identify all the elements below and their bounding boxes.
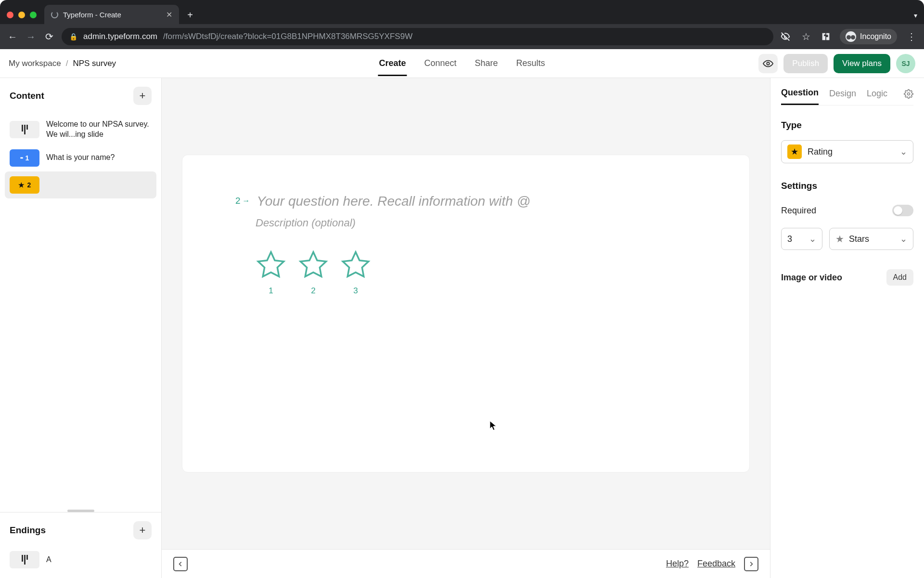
- collapse-left-panel-button[interactable]: [173, 557, 188, 571]
- star-icon: ★: [835, 234, 844, 244]
- rating-star-3[interactable]: 3: [340, 250, 371, 296]
- settings-label: Settings: [781, 181, 913, 191]
- svg-marker-3: [343, 252, 368, 276]
- workspace-link[interactable]: My workspace: [9, 59, 61, 68]
- add-question-button[interactable]: +: [133, 87, 152, 105]
- url-path: /form/sWDtsfDj/create?block=01G8B1NPHMX8…: [163, 32, 412, 41]
- right-panel: Question Design Logic Type ★ Rating ⌄ Se…: [770, 78, 924, 578]
- star-icon: ★: [18, 181, 25, 189]
- lock-icon[interactable]: 🔒: [69, 33, 77, 40]
- incognito-label: Incognito: [860, 32, 891, 41]
- right-panel-tabs: Question Design Logic: [781, 85, 913, 105]
- sidebar-item-ending-a[interactable]: A: [5, 546, 156, 573]
- sidebar-item-welcome[interactable]: Welcome to our NPSA survey. We wil...ing…: [5, 115, 156, 144]
- window-controls[interactable]: [7, 12, 37, 18]
- settings-gear-icon[interactable]: [904, 89, 913, 101]
- rp-tab-question[interactable]: Question: [781, 85, 819, 105]
- preview-button[interactable]: [758, 54, 778, 73]
- incognito-badge[interactable]: Incognito: [840, 29, 897, 44]
- star-label: 3: [353, 286, 358, 296]
- tabs-overflow-icon[interactable]: ▾: [914, 12, 917, 19]
- incognito-icon: [846, 31, 856, 42]
- close-window-icon[interactable]: [7, 12, 13, 18]
- close-tab-icon[interactable]: ✕: [166, 10, 172, 19]
- chevron-left-icon: [177, 561, 184, 567]
- required-toggle[interactable]: [892, 205, 913, 216]
- eye-icon: [763, 58, 773, 69]
- tab-strip: Typeform - Create ✕ + ▾: [0, 0, 924, 24]
- publish-button[interactable]: Publish: [783, 54, 828, 73]
- media-label: Image or video: [781, 273, 842, 283]
- avatar[interactable]: SJ: [896, 54, 915, 73]
- question-description-input[interactable]: Description (optional): [256, 217, 696, 229]
- arrow-right-icon: →: [243, 197, 250, 205]
- rating-star-1[interactable]: 1: [256, 250, 286, 296]
- tab-share[interactable]: Share: [474, 51, 499, 76]
- shape-value: Stars: [849, 234, 869, 244]
- rp-tab-design[interactable]: Design: [829, 86, 856, 105]
- svg-point-0: [767, 62, 770, 65]
- question-type-select[interactable]: ★ Rating ⌄: [781, 140, 913, 163]
- question-title-input[interactable]: Your question here. Recall information w…: [257, 194, 531, 209]
- chevron-down-icon: ⌄: [809, 234, 816, 244]
- question-number-indicator: 2 →: [235, 196, 250, 206]
- svg-marker-1: [258, 252, 283, 276]
- help-link[interactable]: Help?: [666, 559, 689, 569]
- star-outline-icon: [256, 250, 286, 280]
- collapse-right-panel-button[interactable]: [744, 557, 758, 571]
- chevron-down-icon: ⌄: [900, 146, 907, 157]
- canvas-footer: Help? Feedback: [162, 549, 770, 578]
- browser-tab[interactable]: Typeform - Create ✕: [44, 5, 179, 24]
- steps-count-select[interactable]: 3 ⌄: [781, 228, 822, 250]
- maximize-window-icon[interactable]: [30, 12, 37, 18]
- mouse-cursor-icon: [488, 420, 498, 434]
- breadcrumb-separator: /: [66, 59, 68, 68]
- tab-create[interactable]: Create: [378, 51, 407, 76]
- type-value: Rating: [808, 147, 833, 157]
- minimize-window-icon[interactable]: [18, 12, 25, 18]
- endings-heading: Endings: [10, 525, 46, 536]
- app-topbar: My workspace / NPS survey Create Connect…: [0, 49, 924, 78]
- sidebar-item-question-2[interactable]: ★2: [5, 171, 156, 198]
- rating-thumb-icon: ★2: [10, 176, 39, 194]
- short-text-thumb-icon: ▪▪▪1: [10, 149, 39, 167]
- add-ending-button[interactable]: +: [133, 521, 152, 539]
- reload-button[interactable]: ⟳: [43, 31, 55, 42]
- add-media-button[interactable]: Add: [886, 269, 913, 286]
- chevron-down-icon: ⌄: [900, 234, 907, 244]
- tab-title: Typeform - Create: [63, 11, 121, 19]
- extensions-icon[interactable]: [821, 31, 831, 42]
- rating-star-2[interactable]: 2: [298, 250, 329, 296]
- type-label: Type: [781, 120, 913, 131]
- browser-menu-icon[interactable]: ⋮: [906, 31, 917, 42]
- url-host: admin.typeform.com: [83, 32, 157, 41]
- rp-tab-logic[interactable]: Logic: [867, 86, 887, 105]
- forward-button: →: [25, 31, 37, 42]
- breadcrumb: My workspace / NPS survey: [9, 59, 116, 68]
- question-number-badge: 2: [27, 181, 31, 189]
- svg-point-4: [908, 92, 910, 95]
- question-card[interactable]: 2 → Your question here. Recall informati…: [182, 155, 750, 473]
- tab-results[interactable]: Results: [515, 51, 546, 76]
- question-number-text: 2: [235, 196, 241, 206]
- sidebar: Content + Welcome to our NPSA survey. We…: [0, 78, 162, 578]
- sidebar-item-question-1[interactable]: ▪▪▪1 What is your name?: [5, 144, 156, 171]
- question-list: Welcome to our NPSA survey. We wil...ing…: [0, 110, 161, 507]
- count-value: 3: [787, 234, 792, 244]
- ending-thumb-icon: [10, 551, 39, 568]
- svg-marker-2: [300, 252, 326, 276]
- shape-select[interactable]: ★ Stars ⌄: [829, 228, 913, 250]
- chevron-right-icon: [748, 561, 755, 567]
- back-button[interactable]: ←: [7, 31, 18, 42]
- star-outline-icon: [340, 250, 371, 280]
- view-plans-button[interactable]: View plans: [834, 54, 890, 73]
- rating-stars: 1 2 3: [256, 250, 696, 296]
- bookmark-star-icon[interactable]: ☆: [800, 31, 812, 42]
- app-root: My workspace / NPS survey Create Connect…: [0, 49, 924, 578]
- new-tab-button[interactable]: +: [183, 8, 197, 22]
- tab-connect[interactable]: Connect: [423, 51, 457, 76]
- address-bar[interactable]: 🔒 admin.typeform.com/form/sWDtsfDj/creat…: [62, 28, 773, 45]
- feedback-link[interactable]: Feedback: [697, 559, 735, 569]
- form-title[interactable]: NPS survey: [73, 59, 116, 68]
- eye-off-icon[interactable]: [780, 31, 792, 42]
